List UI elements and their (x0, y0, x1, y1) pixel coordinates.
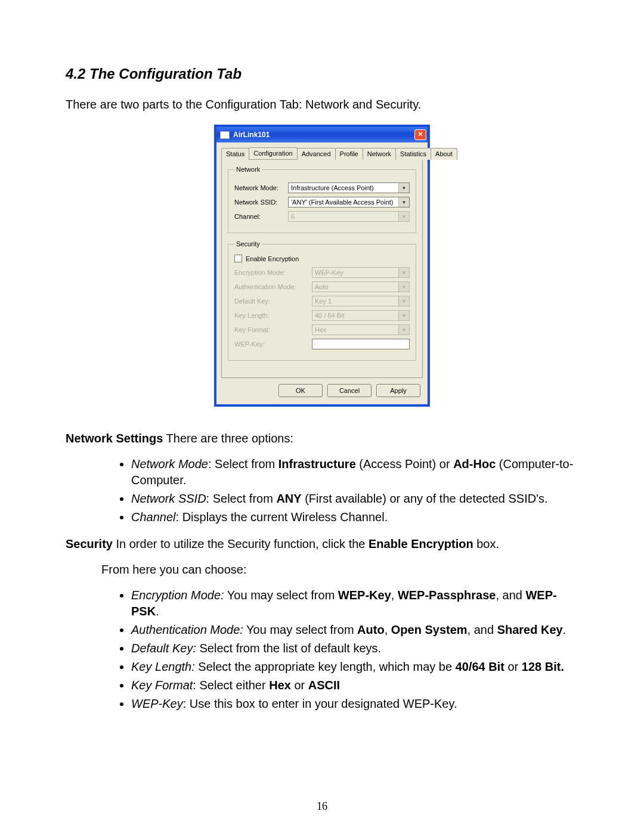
network-settings-para: Network Settings There are three options… (66, 431, 578, 447)
bullet-text: , and (496, 589, 525, 602)
bullet-label: Default Key: (131, 642, 196, 655)
network-ssid-row: Network SSID: 'ANY' (First Available Acc… (234, 197, 410, 208)
list-item: WEP-Key: Use this box to enter in your d… (131, 696, 578, 712)
bullet-text: : Select from (208, 457, 278, 470)
auth-mode-label: Authentication Mode: (234, 283, 312, 290)
network-mode-value: Infrastructure (Access Point) (289, 184, 398, 191)
bullet-text: Select from the list of default keys. (196, 642, 381, 655)
network-bullets: Network Mode: Select from Infrastructure… (131, 456, 578, 525)
key-format-label: Key Format: (234, 326, 312, 333)
cancel-button[interactable]: Cancel (327, 384, 371, 397)
list-item: Key Format: Select either Hex or ASCII (131, 677, 578, 693)
enable-encryption-checkbox[interactable] (234, 255, 242, 262)
network-ssid-combo[interactable]: 'ANY' (First Available Access Point) ▼ (288, 197, 410, 208)
tab-configuration[interactable]: Configuration (249, 147, 297, 159)
channel-combo: 6 ▼ (288, 211, 410, 222)
intro-text: There are two parts to the Configuration… (66, 97, 578, 113)
app-icon (220, 131, 230, 139)
tab-network[interactable]: Network (363, 148, 396, 160)
network-ssid-value: 'ANY' (First Available Access Point) (289, 199, 398, 206)
tab-body: Network Network Mode: Infrastructure (Ac… (221, 159, 423, 378)
list-item: Authentication Mode: You may select from… (131, 622, 578, 638)
dialog-titlebar: AirLink101 × (216, 127, 428, 143)
apply-button[interactable]: Apply (376, 384, 420, 397)
ok-button[interactable]: OK (278, 384, 323, 397)
bullet-text: (First available) or any of the detected… (302, 492, 548, 505)
tab-advanced[interactable]: Advanced (297, 148, 336, 160)
security-text: box. (473, 537, 499, 550)
bullet-bold: Open System (391, 623, 467, 636)
key-format-row: Key Format: Hex ▼ (234, 324, 410, 335)
security-text: In order to utilize the Security functio… (113, 537, 369, 550)
from-here-text: From here you can choose: (101, 562, 578, 578)
bullet-label: Network Mode (131, 457, 208, 470)
bullet-bold: Ad-Hoc (453, 457, 496, 470)
bullet-text: , and (467, 623, 497, 636)
list-item: Network SSID: Select from ANY (First ava… (131, 491, 578, 507)
bullet-label: Key Format (131, 679, 193, 692)
bullet-text: or (504, 660, 522, 673)
bullet-bold: WEP-Passphrase (398, 589, 496, 602)
auth-mode-value: Auto (312, 283, 398, 290)
bullet-bold: WEP-Key (338, 589, 391, 602)
network-legend: Network (234, 166, 262, 173)
key-length-combo: 40 / 64 Bit ▼ (312, 310, 410, 321)
key-length-value: 40 / 64 Bit (312, 312, 398, 319)
bullet-text: or (291, 679, 308, 692)
dialog-screenshot: AirLink101 × Status Configuration Advanc… (214, 125, 430, 407)
default-key-value: Key 1 (312, 298, 398, 305)
document-page: 4.2 The Configuration Tab There are two … (0, 0, 644, 833)
tab-statistics[interactable]: Statistics (395, 148, 431, 160)
security-bold: Enable Encryption (369, 537, 473, 550)
network-ssid-label: Network SSID: (234, 199, 288, 206)
page-number: 16 (0, 800, 644, 813)
network-mode-row: Network Mode: Infrastructure (Access Poi… (234, 182, 410, 193)
wep-key-input[interactable] (312, 339, 410, 349)
bullet-bold: Shared Key (497, 623, 563, 636)
list-item: Default Key: Select from the list of def… (131, 640, 578, 657)
bullet-bold: 40/64 Bit (456, 660, 504, 673)
close-button[interactable]: × (414, 129, 426, 140)
key-length-label: Key Length: (234, 312, 312, 319)
section-heading: 4.2 The Configuration Tab (66, 66, 578, 82)
bullet-text: , (391, 589, 398, 602)
key-format-value: Hex (312, 326, 398, 333)
bullet-bold: ASCII (308, 679, 340, 692)
network-mode-combo[interactable]: Infrastructure (Access Point) ▼ (288, 182, 410, 193)
network-settings-heading: Network Settings (66, 432, 163, 445)
bullet-bold: ANY (276, 492, 301, 505)
bullet-bold: Infrastructure (278, 457, 356, 470)
tab-status[interactable]: Status (221, 148, 249, 160)
encryption-mode-combo: WEP-Key ▼ (312, 267, 410, 278)
chevron-down-icon: ▼ (398, 325, 409, 335)
bullet-text: : Displays the current Wireless Channel. (176, 510, 388, 524)
enable-encryption-label: Enable Encryption (246, 255, 299, 262)
enable-encryption-row: Enable Encryption (234, 255, 410, 262)
bullet-text: , (385, 623, 391, 636)
dialog-buttons: OK Cancel Apply (216, 378, 428, 404)
list-item: Channel: Displays the current Wireless C… (131, 509, 578, 525)
default-key-row: Default Key: Key 1 ▼ (234, 296, 410, 306)
tab-profile[interactable]: Profile (335, 148, 363, 160)
bullet-text: : Select from (206, 492, 277, 505)
channel-row: Channel: 6 ▼ (234, 211, 410, 222)
bullet-label: Authentication Mode: (131, 623, 243, 636)
bullet-label: Network SSID (131, 492, 206, 505)
bullet-label: Encryption Mode: (131, 589, 224, 602)
wep-key-label: WEP-Key: (234, 340, 312, 348)
network-mode-label: Network Mode: (234, 184, 288, 191)
auth-mode-combo: Auto ▼ (312, 281, 410, 292)
default-key-label: Default Key: (234, 298, 312, 305)
bullet-bold: 128 Bit. (522, 660, 564, 673)
key-length-row: Key Length: 40 / 64 Bit ▼ (234, 310, 410, 321)
list-item: Network Mode: Select from Infrastructure… (131, 456, 578, 488)
bullet-text: : Select either (193, 679, 269, 692)
dialog-title: AirLink101 (233, 131, 270, 139)
list-item: Encryption Mode: You may select from WEP… (131, 587, 578, 620)
tab-about[interactable]: About (431, 148, 457, 160)
chevron-down-icon: ▼ (398, 197, 409, 207)
bullet-label: WEP-Key (131, 697, 183, 710)
security-bullets: Encryption Mode: You may select from WEP… (131, 587, 578, 712)
bullet-text: You may select from (243, 623, 357, 636)
dialog-title-left: AirLink101 (220, 131, 270, 139)
